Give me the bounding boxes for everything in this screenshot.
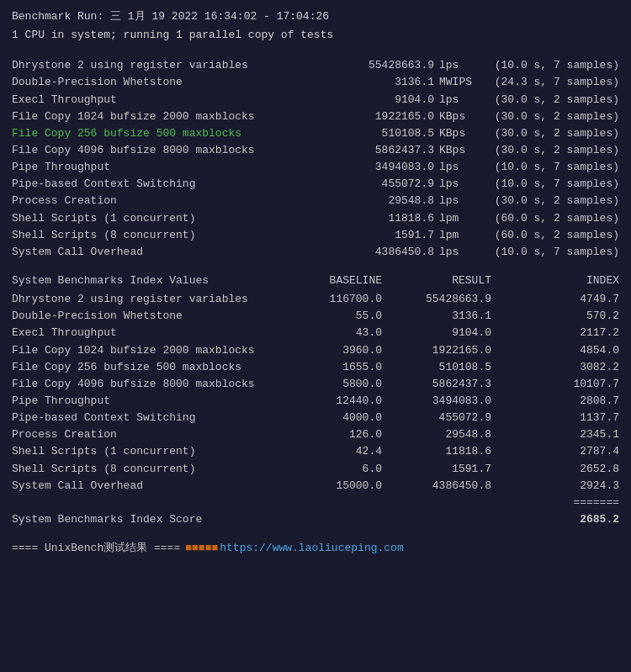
- header-line1: Benchmark Run: 三 1月 19 2022 16:34:02 - 1…: [12, 8, 619, 25]
- bench-samples: (60.0 s, 2 samples): [485, 227, 619, 244]
- bench-unit: lps: [434, 244, 485, 261]
- benchmark-row: File Copy 1024 bufsize 2000 maxblocks192…: [12, 108, 619, 125]
- bench-samples: (60.0 s, 2 samples): [485, 210, 619, 227]
- benchmark-row: Process Creation29548.8lps(30.0 s, 2 sam…: [12, 193, 619, 209]
- bench-samples: (24.3 s, 7 samples): [485, 74, 619, 91]
- bench-samples: (10.0 s, 7 samples): [485, 159, 619, 176]
- bench-samples: (30.0 s, 2 samples): [485, 125, 619, 142]
- index-data-row: File Copy 4096 bufsize 8000 maxblocks580…: [12, 376, 619, 393]
- index-data-row: Shell Scripts (8 concurrent)6.01591.7265…: [12, 461, 619, 478]
- bench-unit: lps: [434, 92, 485, 108]
- benchmark-row: Double-Precision Whetstone3136.1MWIPS(24…: [12, 74, 619, 91]
- bench-value: 510108.5: [350, 125, 434, 142]
- bench-value: 9104.0: [350, 92, 434, 108]
- bench-unit: KBps: [434, 108, 485, 125]
- index-data-row: Process Creation126.029548.82345.1: [12, 426, 619, 443]
- benchmark-row: Pipe Throughput3494083.0lps(10.0 s, 7 sa…: [12, 159, 619, 176]
- bench-samples: (10.0 s, 7 samples): [485, 244, 619, 261]
- score-label: System Benchmarks Index Score: [12, 511, 475, 528]
- benchmark-row: Pipe-based Context Switching455072.9lps(…: [12, 176, 619, 193]
- bench-unit: lps: [434, 57, 485, 74]
- index-header-row: System Benchmarks Index ValuesBASELINERE…: [12, 273, 619, 289]
- bench-value: 29548.8: [350, 193, 434, 209]
- footer-row: ==== UnixBench测试结果 ==== ■■■■■ https://ww…: [12, 540, 619, 557]
- bench-samples: (30.0 s, 2 samples): [485, 142, 619, 159]
- header-line2: 1 CPU in system; running 1 parallel copy…: [12, 27, 619, 44]
- bench-value: 5862437.3: [350, 142, 434, 159]
- bench-name: Pipe Throughput: [12, 159, 281, 176]
- index-data-row: File Copy 256 bufsize 500 maxblocks1655.…: [12, 359, 619, 376]
- index-data-row: Execl Throughput43.09104.02117.2: [12, 325, 619, 341]
- benchmark-row: File Copy 256 bufsize 500 maxblocks51010…: [12, 125, 619, 142]
- bench-name: Shell Scripts (1 concurrent): [12, 210, 281, 227]
- benchmark-row: System Call Overhead4386450.8lps(10.0 s,…: [12, 244, 619, 261]
- bench-unit: KBps: [434, 125, 485, 142]
- bench-name: Execl Throughput: [12, 92, 281, 108]
- bench-value: 55428663.9: [350, 57, 434, 74]
- bench-value: 3494083.0: [350, 159, 434, 176]
- index-section: System Benchmarks Index ValuesBASELINERE…: [12, 273, 619, 528]
- footer-title: ==== UnixBench测试结果 ====: [12, 540, 180, 557]
- bench-name: File Copy 1024 bufsize 2000 maxblocks: [12, 108, 281, 125]
- bench-name: Pipe-based Context Switching: [12, 176, 281, 193]
- bench-unit: lps: [434, 159, 485, 176]
- bench-value: 1922165.0: [350, 108, 434, 125]
- benchmark-section: Dhrystone 2 using register variables5542…: [12, 57, 619, 261]
- bench-samples: (30.0 s, 2 samples): [485, 193, 619, 209]
- bench-value: 11818.6: [350, 210, 434, 227]
- bench-name: Dhrystone 2 using register variables: [12, 57, 281, 74]
- score-row: System Benchmarks Index Score2685.2: [12, 511, 619, 528]
- footer-section: ==== UnixBench测试结果 ==== ■■■■■ https://ww…: [12, 540, 619, 557]
- benchmark-row: Execl Throughput9104.0lps(30.0 s, 2 samp…: [12, 92, 619, 108]
- index-data-row: Dhrystone 2 using register variables1167…: [12, 291, 619, 308]
- benchmark-row: Shell Scripts (8 concurrent)1591.7lpm(60…: [12, 227, 619, 244]
- bench-name: Shell Scripts (8 concurrent): [12, 227, 281, 244]
- bench-unit: lpm: [434, 227, 485, 244]
- bench-value: 455072.9: [350, 176, 434, 193]
- bench-unit: lps: [434, 176, 485, 193]
- benchmark-row: Shell Scripts (1 concurrent)11818.6lpm(6…: [12, 210, 619, 227]
- footer-squares: ■■■■■: [185, 540, 218, 557]
- bench-name: File Copy 256 bufsize 500 maxblocks: [12, 125, 281, 142]
- benchmark-row: File Copy 4096 bufsize 8000 maxblocks586…: [12, 142, 619, 159]
- footer-link[interactable]: https://www.laoliuceping.com: [220, 540, 403, 557]
- bench-name: System Call Overhead: [12, 244, 281, 261]
- bench-unit: lpm: [434, 210, 485, 227]
- index-data-row: Shell Scripts (1 concurrent)42.411818.62…: [12, 443, 619, 460]
- bench-value: 3136.1: [350, 74, 434, 91]
- bench-samples: (30.0 s, 2 samples): [485, 108, 619, 125]
- bench-samples: (10.0 s, 7 samples): [485, 176, 619, 193]
- index-data-row: Pipe-based Context Switching4000.0455072…: [12, 410, 619, 426]
- bench-value: 4386450.8: [350, 244, 434, 261]
- bench-samples: (10.0 s, 7 samples): [485, 57, 619, 74]
- benchmark-row: Dhrystone 2 using register variables5542…: [12, 57, 619, 74]
- index-data-row: File Copy 1024 bufsize 2000 maxblocks396…: [12, 342, 619, 359]
- bench-name: Double-Precision Whetstone: [12, 74, 281, 91]
- bench-samples: (30.0 s, 2 samples): [485, 92, 619, 108]
- bench-value: 1591.7: [350, 227, 434, 244]
- bench-name: File Copy 4096 bufsize 8000 maxblocks: [12, 142, 281, 159]
- index-data-row: Double-Precision Whetstone55.03136.1570.…: [12, 308, 619, 325]
- bench-unit: KBps: [434, 142, 485, 159]
- bench-unit: lps: [434, 193, 485, 209]
- bench-name: Process Creation: [12, 193, 281, 209]
- score-value: 2685.2: [475, 511, 619, 528]
- benchmark-container: Benchmark Run: 三 1月 19 2022 16:34:02 - 1…: [12, 8, 619, 557]
- index-data-row: System Call Overhead15000.04386450.82924…: [12, 478, 619, 495]
- bench-unit: MWIPS: [434, 74, 485, 91]
- equals-line: =======: [12, 495, 619, 511]
- index-data-row: Pipe Throughput12440.03494083.02808.7: [12, 393, 619, 410]
